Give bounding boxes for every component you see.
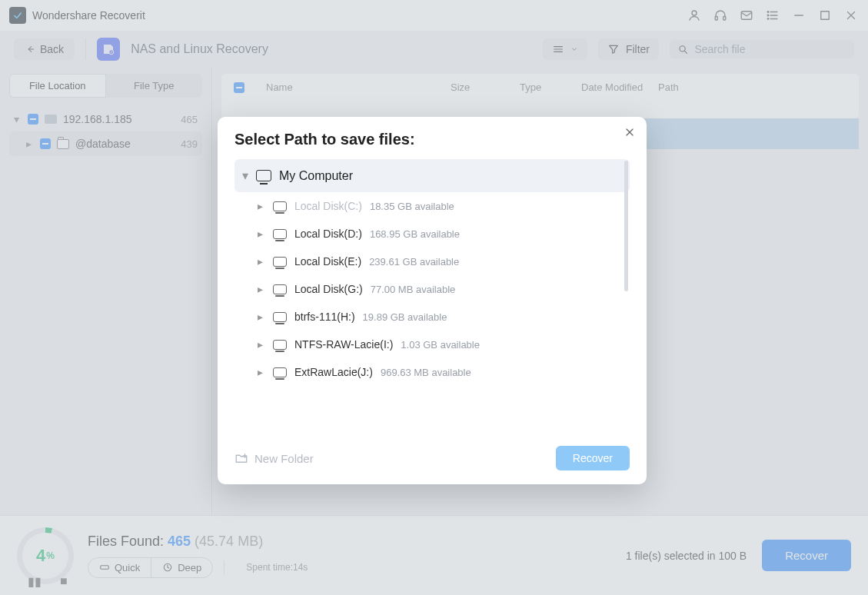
select-all-checkbox[interactable] <box>234 82 244 93</box>
path-disk-row[interactable]: ▸btrfs-111(H:)19.89 GB available <box>234 303 630 331</box>
path-disk-row: ▸Local Disk(C:)18.35 GB available <box>234 192 630 220</box>
disk-available: 18.35 GB available <box>370 201 454 212</box>
checkbox-indeterminate-icon[interactable] <box>40 138 51 149</box>
svg-point-7 <box>767 12 769 13</box>
minimize-button[interactable] <box>791 8 806 23</box>
back-button-label: Back <box>40 43 64 55</box>
path-disk-row[interactable]: ▸Local Disk(G:)77.00 MB available <box>234 275 630 303</box>
tab-file-location[interactable]: File Location <box>9 74 106 98</box>
chevron-right-icon: ▸ <box>258 255 265 268</box>
disk-name: btrfs-111(H:) <box>294 311 355 323</box>
bottom-panel: 4 % Files Found: 465 (45.74 MB) Quick De… <box>0 515 868 595</box>
user-icon[interactable] <box>687 8 702 23</box>
chevron-right-icon: ▸ <box>258 228 265 240</box>
disk-scan-icon <box>99 562 110 573</box>
toolbar: Back NAS and Linux Recovery Filter <box>0 31 868 68</box>
modal-recover-button[interactable]: Recover <box>556 446 630 470</box>
svg-rect-11 <box>821 12 830 20</box>
files-found-label: Files Found: <box>88 534 168 549</box>
checkbox-indeterminate-icon[interactable] <box>28 114 38 125</box>
search-icon <box>677 43 688 55</box>
mail-icon[interactable] <box>739 8 754 23</box>
column-date[interactable]: Date Modified <box>581 81 658 93</box>
separator <box>224 560 224 574</box>
disk-name: Local Disk(D:) <box>294 228 362 240</box>
path-disk-row[interactable]: ▸Local Disk(D:)168.95 GB available <box>234 220 630 248</box>
drive-icon <box>273 340 287 350</box>
tree-item-database[interactable]: ▸ @database 439 <box>9 131 202 156</box>
back-button[interactable]: Back <box>14 38 75 60</box>
view-menu-button[interactable] <box>543 38 587 60</box>
disk-available: 19.89 GB available <box>363 311 447 323</box>
chevron-right-icon: ▸ <box>258 338 265 351</box>
scrollbar[interactable] <box>624 161 628 291</box>
table-header: Name Size Type Date Modified Path <box>221 74 859 101</box>
scan-controls: ▮▮ ■ <box>28 574 68 589</box>
column-path[interactable]: Path <box>658 81 846 93</box>
svg-rect-2 <box>723 17 726 21</box>
progress-percent: 4 <box>36 546 45 566</box>
computer-icon <box>256 170 271 181</box>
path-list: ▾ My Computer ▸Local Disk(C:)18.35 GB av… <box>234 159 630 437</box>
titlebar: Wondershare Recoverit <box>0 0 868 31</box>
recover-button[interactable]: Recover <box>762 540 851 571</box>
tree-item-label: 192.168.1.185 <box>63 113 132 125</box>
new-folder-label: New Folder <box>254 452 314 465</box>
files-found-size: (45.74 MB) <box>191 534 263 549</box>
disk-name: Local Disk(C:) <box>294 200 362 212</box>
svg-rect-21 <box>101 566 109 570</box>
drive-icon <box>273 367 287 377</box>
disk-available: 1.03 GB available <box>401 339 480 351</box>
tree-item-host[interactable]: ▾ 192.168.1.185 465 <box>9 107 202 131</box>
chevron-right-icon: ▸ <box>258 366 265 378</box>
list-icon[interactable] <box>765 8 780 23</box>
close-button[interactable] <box>843 8 859 23</box>
mode-title: NAS and Linux Recovery <box>131 42 268 56</box>
tab-file-type[interactable]: File Type <box>106 74 203 98</box>
scan-quick-option[interactable]: Quick <box>88 558 151 577</box>
files-found-count: 465 <box>168 534 191 549</box>
deep-scan-icon <box>162 562 173 573</box>
scan-deep-label: Deep <box>178 562 201 573</box>
path-disk-row[interactable]: ▸NTFS-RAW-Lacie(I:)1.03 GB available <box>234 331 630 358</box>
chevron-right-icon: ▸ <box>258 200 265 212</box>
svg-point-0 <box>692 11 697 15</box>
my-computer-label: My Computer <box>279 169 353 183</box>
files-found-line: Files Found: 465 (45.74 MB) <box>88 534 308 550</box>
chevron-right-icon: ▸ <box>26 138 34 150</box>
tree-item-count: 439 <box>181 138 198 150</box>
headset-icon[interactable] <box>713 8 728 23</box>
drive-icon <box>273 312 287 322</box>
search-field[interactable] <box>670 40 854 58</box>
spent-time: Spent time:14s <box>246 562 308 573</box>
disk-name: ExtRawLacie(J:) <box>294 366 373 378</box>
app-title: Wondershare Recoverit <box>32 9 145 22</box>
svg-point-9 <box>767 18 769 20</box>
column-size[interactable]: Size <box>451 81 520 93</box>
new-folder-icon <box>234 451 248 465</box>
search-input[interactable] <box>694 43 846 55</box>
svg-line-20 <box>685 51 687 53</box>
toolbar-separator <box>85 38 86 60</box>
filter-button[interactable]: Filter <box>598 38 659 60</box>
maximize-button[interactable] <box>817 8 833 23</box>
stop-button[interactable]: ■ <box>60 574 68 589</box>
path-my-computer[interactable]: ▾ My Computer <box>234 159 630 192</box>
path-disk-row[interactable]: ▸Local Disk(E:)239.61 GB available <box>234 248 630 275</box>
drive-icon <box>273 257 287 267</box>
path-disk-row[interactable]: ▸ExtRawLacie(J:)969.63 MB available <box>234 358 630 386</box>
pause-button[interactable]: ▮▮ <box>28 574 42 589</box>
chevron-right-icon: ▸ <box>258 311 265 323</box>
chevron-right-icon: ▸ <box>258 283 265 295</box>
scan-deep-option[interactable]: Deep <box>151 558 212 577</box>
disk-available: 969.63 MB available <box>381 367 471 378</box>
new-folder-button[interactable]: New Folder <box>234 451 314 465</box>
column-type[interactable]: Type <box>520 81 581 93</box>
disk-name: Local Disk(E:) <box>294 255 361 268</box>
disk-available: 168.95 GB available <box>370 228 460 240</box>
disk-name: NTFS-RAW-Lacie(I:) <box>294 338 393 351</box>
disk-icon <box>45 115 57 124</box>
column-name[interactable]: Name <box>266 81 451 93</box>
modal-close-button[interactable] <box>624 126 636 141</box>
svg-rect-1 <box>715 17 717 21</box>
